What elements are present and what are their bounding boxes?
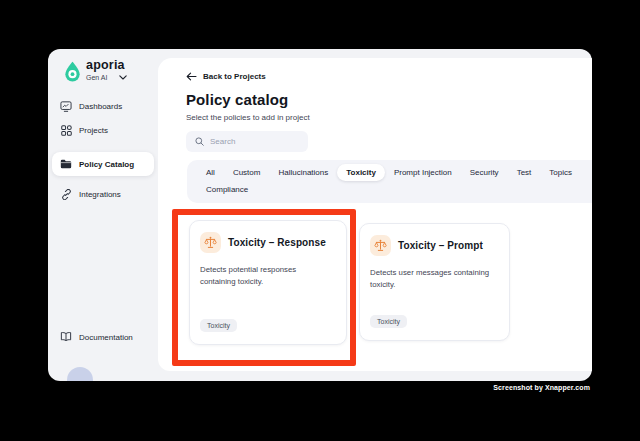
folder-icon: [60, 158, 72, 170]
policy-card-tag: Toxicity: [370, 315, 407, 328]
projects-icon: [60, 124, 72, 136]
app-window: aporia Gen AI Dashboards: [48, 49, 592, 381]
scales-icon: [370, 235, 391, 256]
sidebar-item-projects[interactable]: Projects: [54, 120, 152, 140]
tab-custom[interactable]: Custom: [224, 164, 270, 181]
sidebar-item-dashboards[interactable]: Dashboards: [54, 96, 152, 116]
policy-card-toxicity-response[interactable]: Toxicity – Response Detects potential re…: [189, 220, 347, 345]
brand-name: aporia: [86, 59, 127, 72]
policy-card-title: Toxicity – Prompt: [398, 240, 483, 251]
page-title: Policy catalog: [186, 91, 592, 108]
tab-test[interactable]: Test: [508, 164, 541, 181]
policy-cards: Toxicity – Response Detects potential re…: [189, 220, 592, 345]
search-icon: [195, 137, 204, 146]
workspace-switcher[interactable]: aporia Gen AI: [64, 59, 152, 82]
user-avatar[interactable]: [67, 367, 93, 381]
page-subtitle: Select the policies to add in project: [186, 113, 592, 122]
tab-hallucinations[interactable]: Hallucinations: [269, 164, 337, 181]
sidebar: aporia Gen AI Dashboards: [48, 49, 158, 381]
policy-card-description: Detects potential responses containing t…: [200, 264, 336, 288]
back-link-label: Back to Projects: [203, 72, 266, 81]
sidebar-item-label: Integrations: [79, 190, 121, 199]
watermark-text: Screenshot by Xnapper.com: [493, 384, 590, 391]
tab-compliance[interactable]: Compliance: [197, 181, 257, 198]
back-to-projects-link[interactable]: Back to Projects: [186, 72, 592, 81]
sidebar-item-documentation[interactable]: Documentation: [60, 331, 133, 343]
sidebar-item-integrations[interactable]: Integrations: [54, 184, 152, 204]
policy-card-title: Toxicity – Response: [228, 237, 326, 248]
tab-security[interactable]: Security: [461, 164, 508, 181]
search-input[interactable]: [210, 137, 299, 146]
dashboards-icon: [60, 100, 72, 112]
tab-topics[interactable]: Topics: [540, 164, 581, 181]
tab-all[interactable]: All: [197, 164, 224, 181]
aporia-logo-icon: [64, 61, 81, 82]
arrow-left-icon: [186, 72, 197, 81]
sidebar-item-label: Documentation: [79, 333, 133, 342]
sidebar-item-label: Projects: [79, 126, 108, 135]
policy-card-description: Detects user messages containing toxicit…: [370, 267, 499, 291]
link-icon: [60, 188, 72, 200]
tab-toxicity[interactable]: Toxicity: [337, 164, 385, 181]
sidebar-item-label: Policy Catalog: [79, 160, 134, 169]
main-panel: Back to Projects Policy catalog Select t…: [158, 58, 592, 371]
sidebar-item-policy-catalog[interactable]: Policy Catalog: [52, 152, 154, 176]
policy-card-tag: Toxicity: [200, 319, 237, 332]
book-icon: [60, 331, 72, 343]
sidebar-item-label: Dashboards: [79, 102, 122, 111]
search-box[interactable]: [186, 131, 308, 152]
workspace-name: Gen AI: [86, 74, 107, 81]
chevron-down-icon[interactable]: [119, 75, 127, 80]
tab-prompt-injection[interactable]: Prompt Injection: [385, 164, 461, 181]
filter-tabs: All Custom Hallucinations Toxicity Promp…: [187, 160, 592, 203]
policy-card-toxicity-prompt[interactable]: Toxicity – Prompt Detects user messages …: [359, 223, 510, 341]
sidebar-nav: Dashboards Projects: [54, 96, 152, 208]
scales-icon: [200, 232, 221, 253]
